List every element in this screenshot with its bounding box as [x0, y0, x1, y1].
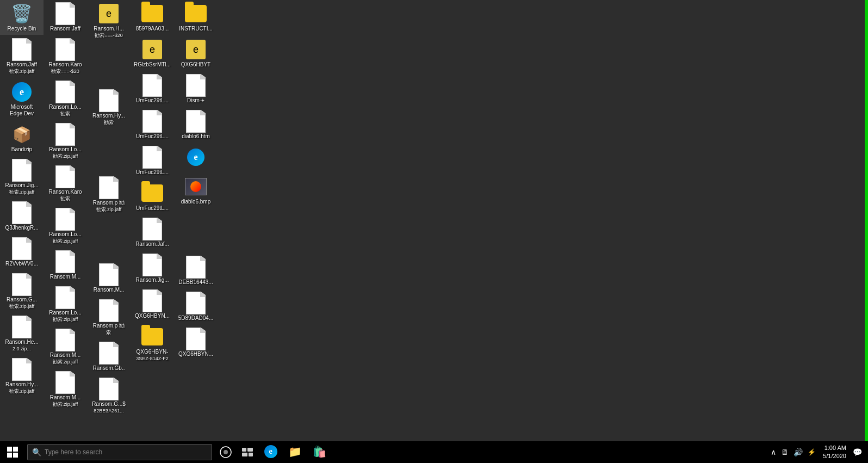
- umfuc1-label: UmFuc29tL...: [136, 97, 169, 104]
- svg-rect-2: [242, 448, 246, 452]
- ransom-lo3-label: Ransom.Lo...勧索.zip.jaff: [49, 231, 81, 244]
- qxg6hbyn1-label: QXG6HBYN...: [135, 313, 170, 319]
- ransom-lo1-icon[interactable]: Ransom.Lo...勧索: [44, 78, 87, 120]
- file-img-rjig: [11, 159, 33, 181]
- ransom-karo1-icon[interactable]: Ransom.Karo勧索===-$20: [44, 36, 87, 77]
- debb-img: [185, 256, 207, 278]
- debb-icon[interactable]: DEBB16443...: [174, 254, 218, 288]
- umfuc2-label: UmFuc29tL...: [136, 133, 169, 140]
- file-img-rhe: [11, 316, 33, 338]
- taskbar-right: ∧ 🖥 🔊 ⚡ 1:00 AM 5/1/2020 💬: [769, 441, 868, 463]
- ransom-jaf2-icon[interactable]: Ransom.Jaf...: [131, 215, 174, 250]
- ransom-lo3-icon[interactable]: Ransom.Lo...勧索.zip.jaff: [44, 206, 87, 247]
- start-button[interactable]: [0, 441, 24, 463]
- dism-icon[interactable]: Dism-+: [174, 72, 218, 107]
- tray-network-icon[interactable]: 🖥: [779, 448, 790, 456]
- qxg6hbyt-icon[interactable]: e QXG6HBYT: [174, 36, 218, 71]
- system-tray: ∧ 🖥 🔊 ⚡: [769, 448, 817, 456]
- rjig2-img: [141, 254, 163, 276]
- ransom-g-icon[interactable]: Ransom.G...勧索.zip.jaff: [0, 271, 44, 312]
- file-img-rm2: [54, 329, 76, 351]
- taskbar-edge-icon: e: [264, 445, 277, 458]
- q3jhenkg-icon[interactable]: Q3JhenkgR...: [0, 199, 44, 234]
- ransom-hy-icon[interactable]: Ransom.Hy...勧索.zip.jaff: [0, 356, 44, 397]
- tray-up-arrow[interactable]: ∧: [769, 448, 778, 456]
- task-view-button[interactable]: [237, 441, 258, 463]
- umfuc4-icon[interactable]: UmFuc29tL...: [131, 180, 174, 214]
- file-img-rjaff2: [54, 3, 76, 24]
- diablo6bmp-icon[interactable]: diablo6.bmp: [174, 173, 218, 208]
- ransom-g2-icon[interactable]: Ransom.G...$82BE3A261...: [87, 375, 131, 417]
- taskbar-edge-app[interactable]: e: [258, 441, 283, 463]
- r2vvbwv0-icon[interactable]: R2VvbWV0...: [0, 235, 44, 270]
- file-img-rk1: [54, 39, 76, 60]
- ransom-mp-label: Ransom.p 勧勧索.zip.jaff: [93, 200, 125, 213]
- umfuc2-icon[interactable]: UmFuc29tL...: [131, 108, 174, 143]
- ransom-karo2-icon[interactable]: Ransom.Karo勧索: [44, 163, 87, 205]
- ransom-m2-icon[interactable]: Ransom.M...勧索.zip.jaff: [44, 326, 87, 368]
- search-placeholder-text: Type here to search: [45, 448, 102, 456]
- taskbar-fileexplorer-app[interactable]: 📁: [283, 441, 307, 463]
- ransom-m3-icon[interactable]: Ransom.M...勧索.zip.jaff: [44, 369, 87, 410]
- qxg6hbyn2-icon[interactable]: QXG6HBYN-3SEZ-814Z-F2: [131, 323, 174, 365]
- ms-edge-dev-icon[interactable]: e MicrosoftEdge Dev: [0, 78, 44, 120]
- qxg6hbyn1-icon[interactable]: QXG6HBYN...: [131, 287, 174, 322]
- ransom-lo4-icon[interactable]: Ransom.Lo...勧索.zip.jaff: [44, 284, 87, 325]
- file-kanji-img: e: [98, 3, 120, 24]
- ransom-lo4-label: Ransom.Lo...勧索.zip.jaff: [49, 310, 81, 323]
- cortana-button[interactable]: [215, 441, 237, 463]
- taskbar-store-app[interactable]: 🛍️: [307, 441, 332, 463]
- file-img-rm1: [54, 251, 76, 273]
- recycle-bin-icon[interactable]: 🗑️ Recycle Bin: [0, 0, 44, 35]
- system-clock[interactable]: 1:00 AM 5/1/2020: [823, 444, 846, 461]
- notification-button[interactable]: 💬: [849, 441, 865, 463]
- ransom-p2-icon[interactable]: Ransom.p 勧索: [87, 297, 131, 338]
- win-sq-tr: [13, 447, 18, 452]
- folder-85-icon[interactable]: 85979AA03...: [131, 0, 174, 35]
- tray-sound-icon[interactable]: 🔊: [792, 448, 804, 456]
- ransom-jaff-1-icon[interactable]: Ransom.Jaff勧索.zip.jaff: [0, 36, 44, 77]
- umfuc3-icon[interactable]: UmFuc29tL...: [131, 144, 174, 178]
- ransom-he-icon[interactable]: Ransom.He...2.0.zip...: [0, 313, 44, 355]
- ransom-jig-icon[interactable]: Ransom.Jig...勧索.zip.jaff: [0, 157, 44, 198]
- ransom-h1-icon[interactable]: e Ransom.H...勧索===-$20: [87, 0, 131, 41]
- ransom-m3-label: Ransom.M...勧索.zip.jaff: [50, 394, 81, 408]
- instruct-icon[interactable]: INSTRUCTI...: [174, 0, 218, 35]
- diablo6htm-img: [185, 110, 207, 132]
- umfuc1-img: [141, 75, 163, 96]
- folder-85-label: 85979AA03...: [136, 26, 169, 32]
- file-img-rhy1: [98, 90, 120, 112]
- notification-icon: 💬: [853, 448, 862, 456]
- ransom-hy1-icon[interactable]: Ransom.Hy...勧索: [87, 87, 131, 128]
- instruct-label: INSTRUCTI...: [179, 26, 213, 32]
- search-bar[interactable]: 🔍 Type here to search: [27, 444, 212, 460]
- ransom-m1-icon[interactable]: Ransom.M...: [44, 248, 87, 283]
- icon-col-0: 🗑️ Recycle Bin Ransom.Jaff勧索.zip.jaff e …: [0, 0, 44, 398]
- ransom-m4-icon[interactable]: Ransom.M...: [87, 261, 131, 296]
- diablo6htm-icon[interactable]: diablo6.htm: [174, 108, 218, 143]
- edge-small-icon[interactable]: e: [174, 144, 218, 172]
- tray-battery-icon[interactable]: ⚡: [806, 448, 817, 456]
- bandizip-img: 📦: [11, 124, 33, 145]
- rjaf2-img: [141, 218, 163, 240]
- bandizip-icon[interactable]: 📦 Bandizip: [0, 121, 44, 156]
- ransom-gb-icon[interactable]: Ransom.Gb..: [87, 339, 131, 374]
- qxg2-img: [141, 326, 163, 348]
- ransom-mp-icon[interactable]: Ransom.p 勧勧索.zip.jaff: [87, 174, 131, 215]
- qxg6hbyn2-label: QXG6HBYN-3SEZ-814Z-F2: [136, 349, 169, 362]
- qxg6hbyt-img: e: [185, 39, 207, 60]
- ransom-lo1-label: Ransom.Lo...勧索: [49, 104, 81, 117]
- file-img-rg2: [98, 378, 120, 400]
- ransom-jig2-icon[interactable]: Ransom.Jig...: [131, 251, 174, 286]
- icon-col-1: Ransom.Jaff Ransom.Karo勧索===-$20 Ransom.…: [44, 0, 87, 411]
- rglzb-label: RGlzbSsrMTl...: [134, 61, 171, 68]
- rglzb-icon[interactable]: e RGlzbSsrMTl...: [131, 36, 174, 71]
- umfuc1-icon[interactable]: UmFuc29tL...: [131, 72, 174, 107]
- ransom-lo2-icon[interactable]: Ransom.Lo...勧索.zip.jaff: [44, 121, 87, 162]
- 5d89-icon[interactable]: 5D89DAD04...: [174, 289, 218, 324]
- task-view-icon: [242, 448, 253, 456]
- search-icon: 🔍: [32, 448, 41, 456]
- ransom-p2-label: Ransom.p 勧索: [93, 323, 125, 336]
- qxg6-2-icon[interactable]: QXG6HBYN...: [174, 325, 218, 360]
- ransom-jaff2-icon[interactable]: Ransom.Jaff: [44, 0, 87, 35]
